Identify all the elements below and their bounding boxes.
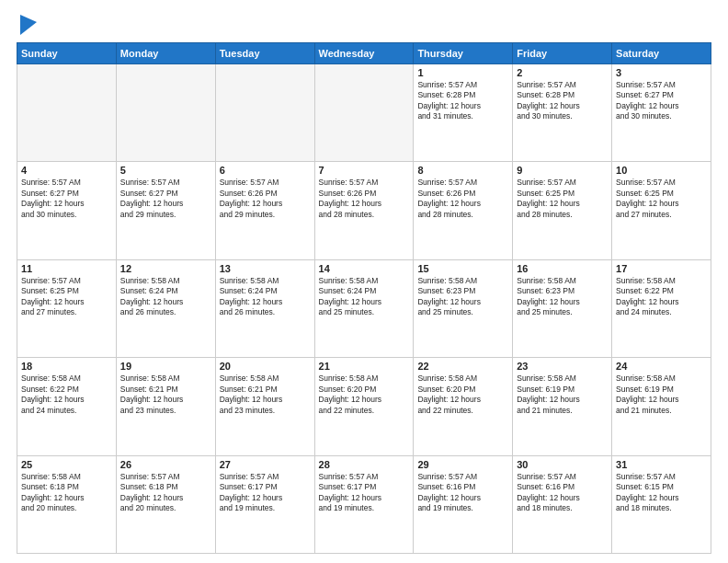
calendar-cell [17,64,117,162]
day-info: Sunrise: 5:58 AM Sunset: 6:22 PM Dayligh… [21,373,112,416]
calendar-cell: 23Sunrise: 5:58 AM Sunset: 6:19 PM Dayli… [513,358,612,455]
day-number: 20 [220,361,311,372]
day-number: 10 [616,165,707,176]
day-number: 9 [517,165,608,176]
calendar-cell: 17Sunrise: 5:58 AM Sunset: 6:22 PM Dayli… [612,259,711,357]
calendar-cell: 2Sunrise: 5:57 AM Sunset: 6:28 PM Daylig… [513,64,612,162]
day-number: 8 [417,165,508,176]
calendar-cell: 19Sunrise: 5:58 AM Sunset: 6:21 PM Dayli… [116,358,215,455]
calendar-cell: 7Sunrise: 5:57 AM Sunset: 6:26 PM Daylig… [314,162,414,259]
day-info: Sunrise: 5:58 AM Sunset: 6:20 PM Dayligh… [319,373,410,416]
day-info: Sunrise: 5:58 AM Sunset: 6:24 PM Dayligh… [319,276,410,318]
day-number: 28 [319,459,410,470]
calendar-cell: 8Sunrise: 5:57 AM Sunset: 6:26 PM Daylig… [414,162,513,259]
day-number: 27 [220,459,311,470]
day-number: 22 [417,361,508,372]
day-number: 18 [21,361,112,372]
svg-marker-0 [20,15,37,35]
weekday-saturday: Saturday [612,43,711,64]
day-info: Sunrise: 5:57 AM Sunset: 6:27 PM Dayligh… [21,178,112,220]
day-info: Sunrise: 5:58 AM Sunset: 6:19 PM Dayligh… [616,373,707,416]
day-number: 23 [517,361,608,372]
calendar-cell: 1Sunrise: 5:57 AM Sunset: 6:28 PM Daylig… [414,64,513,162]
calendar-cell: 26Sunrise: 5:57 AM Sunset: 6:18 PM Dayli… [116,455,215,553]
day-info: Sunrise: 5:57 AM Sunset: 6:15 PM Dayligh… [616,472,707,514]
day-number: 14 [319,263,410,274]
day-number: 17 [616,263,707,274]
calendar-cell: 28Sunrise: 5:57 AM Sunset: 6:17 PM Dayli… [314,455,414,553]
day-number: 21 [319,361,410,372]
calendar-cell: 15Sunrise: 5:58 AM Sunset: 6:23 PM Dayli… [414,259,513,357]
day-number: 11 [21,263,112,274]
day-number: 19 [120,361,211,372]
weekday-tuesday: Tuesday [215,43,314,64]
day-number: 30 [517,459,608,470]
week-row-4: 25Sunrise: 5:58 AM Sunset: 6:18 PM Dayli… [17,455,711,553]
calendar-cell: 25Sunrise: 5:58 AM Sunset: 6:18 PM Dayli… [17,455,117,553]
day-number: 15 [417,263,508,274]
day-info: Sunrise: 5:58 AM Sunset: 6:23 PM Dayligh… [517,276,608,318]
day-info: Sunrise: 5:57 AM Sunset: 6:25 PM Dayligh… [616,178,707,220]
day-number: 29 [417,459,508,470]
day-number: 13 [220,263,311,274]
day-info: Sunrise: 5:58 AM Sunset: 6:18 PM Dayligh… [21,472,112,514]
calendar-cell: 27Sunrise: 5:57 AM Sunset: 6:17 PM Dayli… [215,455,314,553]
day-info: Sunrise: 5:58 AM Sunset: 6:21 PM Dayligh… [220,373,311,416]
logo-icon [20,15,37,35]
day-number: 4 [21,165,112,176]
calendar-cell: 21Sunrise: 5:58 AM Sunset: 6:20 PM Dayli… [314,358,414,455]
day-number: 12 [120,263,211,274]
calendar-cell: 5Sunrise: 5:57 AM Sunset: 6:27 PM Daylig… [116,162,215,259]
week-row-1: 4Sunrise: 5:57 AM Sunset: 6:27 PM Daylig… [17,162,711,259]
day-info: Sunrise: 5:58 AM Sunset: 6:23 PM Dayligh… [417,276,508,318]
calendar-cell: 6Sunrise: 5:57 AM Sunset: 6:26 PM Daylig… [215,162,314,259]
calendar-cell: 10Sunrise: 5:57 AM Sunset: 6:25 PM Dayli… [612,162,711,259]
day-info: Sunrise: 5:57 AM Sunset: 6:28 PM Dayligh… [517,80,608,122]
calendar-cell: 12Sunrise: 5:58 AM Sunset: 6:24 PM Dayli… [116,259,215,357]
day-info: Sunrise: 5:57 AM Sunset: 6:16 PM Dayligh… [417,472,508,514]
weekday-thursday: Thursday [414,43,513,64]
day-number: 2 [517,67,608,78]
calendar-cell [116,64,215,162]
day-info: Sunrise: 5:57 AM Sunset: 6:26 PM Dayligh… [417,178,508,220]
week-row-0: 1Sunrise: 5:57 AM Sunset: 6:28 PM Daylig… [17,64,711,162]
day-number: 25 [21,459,112,470]
day-info: Sunrise: 5:57 AM Sunset: 6:17 PM Dayligh… [319,472,410,514]
day-number: 16 [517,263,608,274]
week-row-2: 11Sunrise: 5:57 AM Sunset: 6:25 PM Dayli… [17,259,711,357]
day-info: Sunrise: 5:58 AM Sunset: 6:22 PM Dayligh… [616,276,707,318]
day-info: Sunrise: 5:57 AM Sunset: 6:26 PM Dayligh… [220,178,311,220]
day-number: 26 [120,459,211,470]
calendar-cell [314,64,414,162]
calendar-cell: 16Sunrise: 5:58 AM Sunset: 6:23 PM Dayli… [513,259,612,357]
calendar-cell: 18Sunrise: 5:58 AM Sunset: 6:22 PM Dayli… [17,358,117,455]
day-info: Sunrise: 5:57 AM Sunset: 6:28 PM Dayligh… [417,80,508,122]
day-info: Sunrise: 5:58 AM Sunset: 6:19 PM Dayligh… [517,373,608,416]
day-number: 1 [417,67,508,78]
calendar-cell: 13Sunrise: 5:58 AM Sunset: 6:24 PM Dayli… [215,259,314,357]
calendar-cell: 11Sunrise: 5:57 AM Sunset: 6:25 PM Dayli… [17,259,117,357]
week-row-3: 18Sunrise: 5:58 AM Sunset: 6:22 PM Dayli… [17,358,711,455]
calendar-table: SundayMondayTuesdayWednesdayThursdayFrid… [17,42,711,554]
day-info: Sunrise: 5:57 AM Sunset: 6:26 PM Dayligh… [319,178,410,220]
weekday-header-row: SundayMondayTuesdayWednesdayThursdayFrid… [17,43,711,64]
calendar-cell: 24Sunrise: 5:58 AM Sunset: 6:19 PM Dayli… [612,358,711,455]
day-info: Sunrise: 5:57 AM Sunset: 6:16 PM Dayligh… [517,472,608,514]
calendar-cell: 22Sunrise: 5:58 AM Sunset: 6:20 PM Dayli… [414,358,513,455]
day-info: Sunrise: 5:57 AM Sunset: 6:18 PM Dayligh… [120,472,211,514]
weekday-monday: Monday [116,43,215,64]
weekday-wednesday: Wednesday [314,43,414,64]
weekday-sunday: Sunday [17,43,117,64]
page: SundayMondayTuesdayWednesdayThursdayFrid… [0,0,728,563]
day-info: Sunrise: 5:58 AM Sunset: 6:21 PM Dayligh… [120,373,211,416]
calendar-cell: 29Sunrise: 5:57 AM Sunset: 6:16 PM Dayli… [414,455,513,553]
calendar-cell: 9Sunrise: 5:57 AM Sunset: 6:25 PM Daylig… [513,162,612,259]
day-number: 7 [319,165,410,176]
calendar-cell: 14Sunrise: 5:58 AM Sunset: 6:24 PM Dayli… [314,259,414,357]
day-info: Sunrise: 5:57 AM Sunset: 6:25 PM Dayligh… [517,178,608,220]
logo [17,18,37,35]
calendar-cell: 3Sunrise: 5:57 AM Sunset: 6:27 PM Daylig… [612,64,711,162]
header [17,15,711,35]
day-info: Sunrise: 5:58 AM Sunset: 6:24 PM Dayligh… [220,276,311,318]
day-number: 3 [616,67,707,78]
